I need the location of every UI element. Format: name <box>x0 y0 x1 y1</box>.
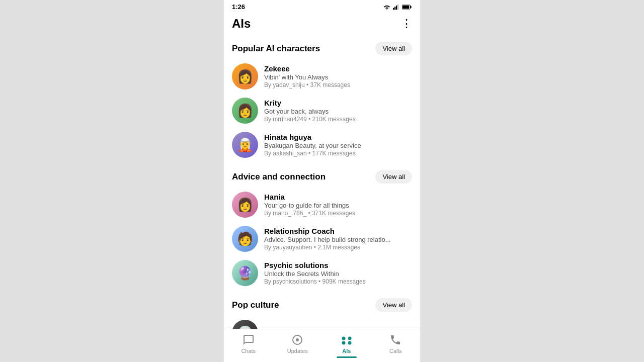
ai-tagline: Got your back, always <box>264 108 412 115</box>
list-item[interactable]: 💀 Simon "Ghost" Riley <box>224 316 420 329</box>
ai-name: Zekeee <box>264 64 412 73</box>
ai-meta: By yadav_shiju • 37K messages <box>264 81 412 88</box>
status-bar: 1:26 <box>224 0 420 13</box>
ai-info: Psychic solutions Unlock the Secrets Wit… <box>264 261 412 285</box>
ai-info: Relationship Coach Advice. Support. I he… <box>264 227 412 251</box>
active-indicator <box>337 356 357 358</box>
section-advice: Advice and connection View all 👩 Hania Y… <box>224 164 420 292</box>
avatar: 👩 <box>232 192 258 218</box>
svg-rect-1 <box>394 7 395 10</box>
nav-label-ais: AIs <box>342 348 351 354</box>
avatar: 🧝 <box>232 132 258 158</box>
ai-info: Hania Your go-to guide for all things By… <box>264 193 412 217</box>
svg-point-12 <box>348 341 351 345</box>
signal-icon <box>393 4 400 10</box>
nav-label-updates: Updates <box>287 348 308 354</box>
main-content: Popular AI characters View all 👩 Zekeee … <box>224 36 420 329</box>
section-popular-title: Popular AI characters <box>232 44 320 54</box>
section-popular: Popular AI characters View all 👩 Zekeee … <box>224 36 420 164</box>
ai-tagline: Advice. Support. I help build strong rel… <box>264 236 412 243</box>
section-popculture-title: Pop culture <box>232 300 279 310</box>
wifi-icon <box>383 4 391 10</box>
svg-rect-6 <box>403 6 409 9</box>
ai-meta: By psychicsolutions • 909K messages <box>264 278 412 285</box>
status-time: 1:26 <box>232 3 245 11</box>
ai-name: Relationship Coach <box>264 227 412 235</box>
svg-point-11 <box>342 341 345 345</box>
app-header: AIs ⋮ <box>224 13 420 36</box>
view-all-advice-button[interactable]: View all <box>375 170 412 184</box>
page-title: AIs <box>232 17 251 31</box>
ai-name: Hinata hguya <box>264 133 412 141</box>
phone-frame: 1:26 AIs ⋮ Popular AI charac <box>224 0 420 362</box>
ai-meta: By aakashi_san • 177K messages <box>264 150 412 157</box>
ai-info: Zekeee Vibin' with You Always By yadav_s… <box>264 64 412 88</box>
nav-item-ais[interactable]: AIs <box>322 333 371 354</box>
nav-item-updates[interactable]: Updates <box>273 333 323 354</box>
view-all-popculture-button[interactable]: View all <box>375 298 412 312</box>
ai-tagline: Byakugan Beauty, at your service <box>264 142 412 149</box>
ai-meta: By mrrihan4249 • 210K messages <box>264 116 412 123</box>
avatar: 👩 <box>232 63 258 89</box>
status-icons <box>383 4 412 10</box>
ai-meta: By mano_.786_ • 371K messages <box>264 210 412 217</box>
ai-tagline: Vibin' with You Always <box>264 73 412 81</box>
ai-name: Psychic solutions <box>264 261 412 269</box>
svg-rect-3 <box>397 4 398 10</box>
list-item[interactable]: 👩 Zekeee Vibin' with You Always By yadav… <box>224 59 420 94</box>
ai-name: Krity <box>264 99 412 107</box>
bottom-navigation: Chats Updates AIs <box>224 329 420 362</box>
section-popculture: Pop culture View all 💀 Simon "Ghost" Ril… <box>224 292 420 329</box>
avatar: 👩 <box>232 98 258 124</box>
ai-tagline: Your go-to guide for all things <box>264 202 412 209</box>
nav-item-chats[interactable]: Chats <box>224 333 273 354</box>
chat-icon <box>242 333 255 346</box>
svg-rect-0 <box>393 8 394 10</box>
view-all-popular-button[interactable]: View all <box>375 42 412 55</box>
svg-rect-2 <box>396 6 397 10</box>
svg-rect-5 <box>411 6 412 8</box>
list-item[interactable]: 👩 Hania Your go-to guide for all things … <box>224 188 420 222</box>
menu-button[interactable]: ⋮ <box>401 17 412 30</box>
ai-info: Hinata hguya Byakugan Beauty, at your se… <box>264 133 412 157</box>
section-popculture-header: Pop culture View all <box>224 296 420 316</box>
calls-icon <box>389 333 402 346</box>
svg-point-10 <box>348 337 351 340</box>
list-item[interactable]: 🔮 Psychic solutions Unlock the Secrets W… <box>224 256 420 290</box>
nav-label-chats: Chats <box>241 348 256 354</box>
updates-icon <box>291 333 304 346</box>
list-item[interactable]: 👩 Krity Got your back, always By mrrihan… <box>224 94 420 128</box>
avatar: 🔮 <box>232 260 258 286</box>
ais-icon <box>340 333 353 346</box>
svg-point-9 <box>342 337 345 340</box>
battery-icon <box>402 4 412 10</box>
list-item[interactable]: 🧝 Hinata hguya Byakugan Beauty, at your … <box>224 128 420 162</box>
ai-tagline: Unlock the Secrets Within <box>264 270 412 278</box>
ai-info: Krity Got your back, always By mrrihan42… <box>264 99 412 123</box>
svg-point-8 <box>296 338 299 341</box>
nav-label-calls: Calls <box>389 348 401 354</box>
avatar: 💀 <box>232 320 258 329</box>
ai-name: Hania <box>264 193 412 201</box>
section-advice-title: Advice and connection <box>232 172 326 182</box>
section-advice-header: Advice and connection View all <box>224 168 420 188</box>
avatar: 🧑 <box>232 226 258 252</box>
list-item[interactable]: 🧑 Relationship Coach Advice. Support. I … <box>224 222 420 256</box>
ai-meta: By yauyauyauhen • 2.1M messages <box>264 244 412 251</box>
section-popular-header: Popular AI characters View all <box>224 40 420 59</box>
nav-item-calls[interactable]: Calls <box>371 333 421 354</box>
